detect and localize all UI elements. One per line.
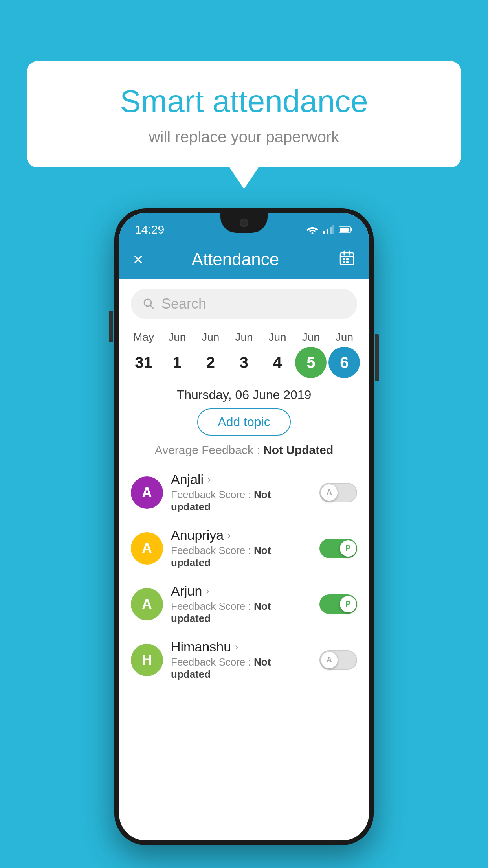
student-feedback-himanshu: Feedback Score : Not updated — [171, 656, 312, 680]
signal-icon — [323, 225, 334, 234]
calendar-row: May Jun Jun Jun Jun Jun Jun 31 1 2 3 4 5… — [119, 327, 369, 378]
student-name-himanshu[interactable]: Himanshu › — [171, 639, 312, 655]
svg-rect-15 — [346, 261, 349, 263]
student-name-anupriya[interactable]: Anupriya › — [171, 528, 312, 543]
student-info-arjun: Arjun › Feedback Score : Not updated — [171, 583, 312, 625]
date-31[interactable]: 31 — [128, 347, 160, 378]
svg-rect-1 — [323, 231, 325, 234]
front-camera — [240, 219, 248, 227]
avatar-himanshu: H — [131, 644, 163, 676]
svg-rect-13 — [346, 258, 349, 260]
svg-rect-2 — [327, 229, 328, 234]
month-1: Jun — [161, 331, 193, 344]
toggle-switch-arjun[interactable]: P — [319, 594, 357, 614]
toggle-thumb-anjali: A — [321, 484, 338, 501]
date-6[interactable]: 6 — [328, 347, 360, 378]
svg-rect-6 — [351, 228, 352, 231]
avatar-arjun: A — [131, 588, 163, 620]
svg-rect-12 — [343, 258, 345, 260]
svg-line-17 — [150, 305, 154, 309]
selected-date-label: Thursday, 06 June 2019 — [119, 388, 369, 402]
phone-screen: 14:29 — [119, 213, 369, 840]
toggle-himanshu[interactable]: A — [319, 650, 357, 670]
phone-notch — [220, 213, 268, 233]
date-5[interactable]: 5 — [295, 347, 327, 378]
volume-button — [109, 311, 113, 342]
svg-rect-7 — [340, 228, 349, 232]
toggle-switch-anupriya[interactable]: P — [319, 539, 357, 558]
status-time: 14:29 — [135, 223, 164, 236]
avg-feedback-label: Average Feedback : — [155, 443, 260, 456]
student-item-anupriya: A Anupriya › Feedback Score : Not update… — [127, 520, 361, 576]
month-5: Jun — [295, 331, 327, 344]
calendar-months: May Jun Jun Jun Jun Jun Jun — [127, 331, 361, 344]
month-4: Jun — [262, 331, 293, 344]
status-icons — [306, 225, 353, 234]
toggle-thumb-arjun: P — [340, 596, 356, 612]
toggle-arjun[interactable]: P — [319, 594, 357, 614]
svg-rect-14 — [343, 261, 345, 263]
search-placeholder: Search — [161, 296, 206, 312]
power-button — [375, 334, 379, 381]
date-2[interactable]: 2 — [195, 347, 226, 378]
toggle-thumb-himanshu: A — [321, 652, 338, 668]
chevron-icon: › — [227, 530, 231, 541]
avg-feedback: Average Feedback : Not Updated — [119, 443, 369, 457]
wifi-icon — [306, 225, 319, 234]
svg-rect-3 — [330, 227, 332, 234]
avatar-anupriya: A — [131, 532, 163, 565]
month-3: Jun — [228, 331, 260, 344]
month-6: Jun — [328, 331, 360, 344]
speech-bubble-container: Smart attendance will replace your paper… — [27, 61, 461, 167]
student-info-himanshu: Himanshu › Feedback Score : Not updated — [171, 639, 312, 680]
speech-bubble-title: Smart attendance — [50, 83, 438, 120]
speech-bubble-subtitle: will replace your paperwork — [50, 128, 438, 146]
battery-icon — [339, 226, 353, 233]
student-item-anjali: A Anjali › Feedback Score : Not updated … — [127, 465, 361, 520]
student-item-arjun: A Arjun › Feedback Score : Not updated P — [127, 576, 361, 632]
toggle-switch-himanshu[interactable]: A — [319, 650, 357, 670]
chevron-icon: › — [207, 474, 211, 485]
toggle-switch-anjali[interactable]: A — [319, 483, 357, 502]
student-name-arjun[interactable]: Arjun › — [171, 583, 312, 599]
avg-feedback-value: Not Updated — [263, 443, 333, 456]
phone-frame: 14:29 — [114, 208, 374, 845]
toggle-anjali[interactable]: A — [319, 483, 357, 502]
toggle-anupriya[interactable]: P — [319, 539, 357, 558]
search-bar[interactable]: Search — [131, 289, 357, 319]
search-icon — [143, 298, 155, 310]
date-4[interactable]: 4 — [262, 347, 293, 378]
toggle-thumb-anupriya: P — [340, 540, 356, 557]
student-name-anjali[interactable]: Anjali › — [171, 472, 312, 487]
month-2: Jun — [195, 331, 226, 344]
chevron-icon: › — [235, 642, 238, 653]
date-3[interactable]: 3 — [228, 347, 260, 378]
student-feedback-arjun: Feedback Score : Not updated — [171, 600, 312, 625]
student-list: A Anjali › Feedback Score : Not updated … — [119, 465, 369, 688]
add-topic-button[interactable]: Add topic — [197, 408, 290, 436]
student-feedback-anupriya: Feedback Score : Not updated — [171, 544, 312, 569]
app-header: × Attendance — [119, 240, 369, 279]
speech-bubble: Smart attendance will replace your paper… — [27, 61, 461, 167]
chevron-icon: › — [206, 586, 209, 597]
svg-rect-4 — [332, 225, 334, 234]
date-1[interactable]: 1 — [161, 347, 193, 378]
student-info-anupriya: Anupriya › Feedback Score : Not updated — [171, 528, 312, 569]
student-item-himanshu: H Himanshu › Feedback Score : Not update… — [127, 632, 361, 688]
month-0: May — [128, 331, 160, 344]
svg-point-0 — [312, 232, 314, 234]
calendar-dates: 31 1 2 3 4 5 6 — [127, 347, 361, 378]
avatar-anjali: A — [131, 476, 163, 509]
calendar-icon[interactable] — [339, 250, 355, 269]
student-feedback-anjali: Feedback Score : Not updated — [171, 489, 312, 513]
student-info-anjali: Anjali › Feedback Score : Not updated — [171, 472, 312, 513]
page-title: Attendance — [132, 250, 339, 269]
